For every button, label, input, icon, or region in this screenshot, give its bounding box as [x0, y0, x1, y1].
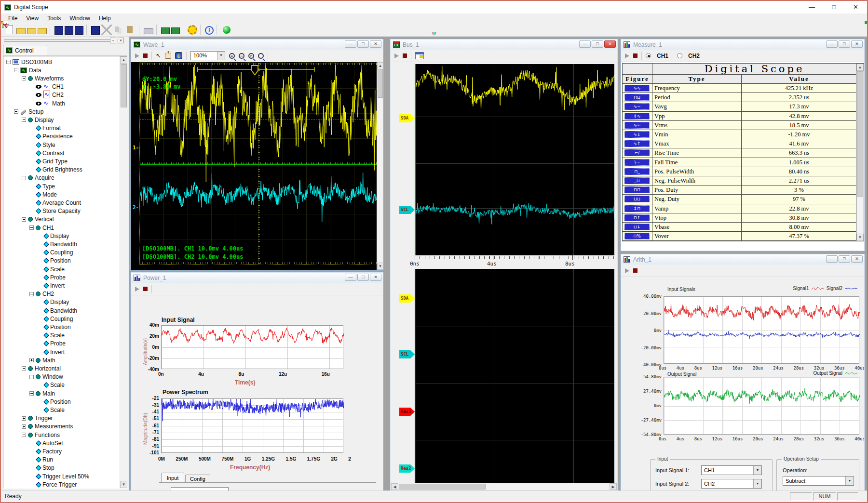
tree-item[interactable]: Display [22, 116, 54, 124]
select-dropdown-icon[interactable]: ▼ [753, 479, 761, 488]
pan-hand-icon[interactable] [165, 53, 171, 59]
scroll-up-icon[interactable]: ▲ [856, 64, 864, 71]
run-icon[interactable] [135, 287, 139, 291]
arith1-close-button[interactable]: ✕ [851, 255, 863, 263]
scroll-up-icon[interactable]: ▲ [120, 56, 127, 64]
measure1-maximize-button[interactable]: □ [839, 40, 850, 48]
tree-expander[interactable] [22, 176, 26, 180]
stop-icon[interactable] [633, 53, 637, 58]
menu-item[interactable]: View [22, 14, 43, 23]
tree-item[interactable]: Scale [37, 406, 65, 414]
tree-item[interactable]: Probe [37, 273, 66, 281]
tree-expander[interactable] [29, 358, 34, 362]
tree-item[interactable]: Grid Type [29, 157, 68, 165]
tree-scrollbar[interactable]: ▲ ▼ [120, 56, 127, 488]
measure1-scrollbar[interactable]: ▲ ▼ [856, 64, 864, 241]
run-icon[interactable] [394, 53, 399, 58]
wave1-close-button[interactable]: ✕ [370, 40, 381, 48]
measurement-row[interactable]: ⊔⊔ Neg. Duty 97 % [623, 195, 856, 204]
scroll-left-icon[interactable]: ◀ [391, 483, 398, 490]
select-cursor-icon[interactable]: ↖ [156, 52, 161, 60]
tree-item[interactable]: Vertical [22, 215, 54, 224]
measurement-row[interactable]: ⊓↑ Vtop 30.8 mv [623, 213, 856, 223]
measurement-row[interactable]: ⊔↓ Vbase 8.00 mv [623, 223, 856, 232]
menu-item[interactable]: Help [95, 14, 115, 23]
radio-ch1-label[interactable]: CH1 [657, 53, 668, 59]
tree-expander[interactable] [22, 424, 26, 429]
tree-item[interactable]: Scale [37, 265, 65, 273]
scroll-up-icon[interactable]: ▲ [377, 62, 383, 69]
tree-expander[interactable] [22, 433, 26, 437]
tree-item[interactable]: Position [37, 323, 71, 331]
measurement-row[interactable]: ∿↑ Vmax 41.6 mv [623, 139, 856, 148]
toolbar-icon[interactable] [113, 25, 124, 35]
tree-item[interactable]: Mode [29, 190, 57, 199]
measurement-row[interactable]: \¬ Fall Time 1.005 us [623, 158, 856, 167]
tree-expander[interactable] [22, 217, 26, 222]
scroll-thumb[interactable] [857, 71, 863, 197]
tab-config[interactable]: Config [185, 475, 210, 483]
bus1-minimize-button[interactable]: — [579, 40, 591, 48]
tree-item[interactable]: Contrast [29, 149, 64, 157]
tree-item[interactable]: Trigger [22, 414, 53, 423]
tree-item[interactable]: Force Trigger [29, 480, 77, 489]
measurement-row[interactable]: _⊔ Neg. PulseWidth 2.271 us [623, 176, 856, 185]
wave1-minimize-button[interactable]: — [345, 40, 356, 48]
protocol-view-icon[interactable] [415, 52, 424, 59]
power1-input-field[interactable] [171, 487, 229, 490]
tree-item[interactable]: Persistence [29, 132, 73, 141]
run-icon[interactable] [625, 53, 629, 58]
minimize-button[interactable]: — [801, 1, 823, 13]
tree-item[interactable]: Trigger Level 50% [29, 472, 89, 480]
scroll-right-icon[interactable]: ▶ [610, 483, 617, 490]
tree-item[interactable]: AutoSet [29, 439, 63, 447]
measurement-row[interactable]: ∿∿ Frequency 425.21 kHz [623, 84, 856, 93]
tree-expander[interactable] [22, 416, 26, 421]
zoom-in-icon[interactable]: + [229, 53, 235, 59]
measurement-row[interactable]: ⊓_ Pos. PulseWidth 80.40 ns [623, 167, 856, 176]
close-button[interactable]: ✕ [845, 1, 867, 13]
panel-grip[interactable] [4, 40, 111, 42]
tab-control[interactable]: Control [3, 45, 47, 55]
power1-maximize-button[interactable]: □ [357, 274, 369, 281]
wave1-maximize-button[interactable]: □ [357, 40, 369, 48]
maximize-button[interactable]: □ [823, 1, 845, 13]
tree-item[interactable]: Window [29, 373, 63, 381]
bus-signal-flag[interactable]: SDA [399, 294, 415, 303]
toolbar-icon[interactable] [101, 25, 112, 35]
input-signal2-select[interactable]: CH2 ▼ [701, 479, 762, 489]
stop-icon[interactable] [403, 53, 407, 58]
measurement-row[interactable]: ↕⊓ Vamp 22.8 mv [623, 204, 856, 213]
scroll-thumb[interactable] [121, 64, 127, 107]
scroll-down-icon[interactable]: ▼ [120, 481, 127, 488]
measurement-row[interactable]: ⊓⊓ Pos. Duty 3 % [623, 185, 856, 195]
measurement-row[interactable]: ∿↓ Vmin -1.20 mv [623, 130, 856, 139]
scroll-down-icon[interactable]: ▼ [856, 234, 864, 241]
scroll-thumb[interactable] [378, 69, 383, 98]
scroll-thumb[interactable] [399, 484, 486, 490]
tree-expander[interactable] [29, 225, 34, 230]
menu-item[interactable]: Window [65, 14, 95, 23]
radio-ch2[interactable] [677, 53, 682, 58]
tree-item[interactable]: Bandwidth [37, 240, 77, 248]
measurement-row[interactable]: ∿− Vavg 17.3 mv [623, 102, 856, 111]
bus1-maximize-button[interactable]: □ [592, 40, 603, 48]
tree-item[interactable]: Acquire [22, 174, 54, 182]
arith1-maximize-button[interactable]: □ [839, 255, 850, 263]
run-icon[interactable] [135, 53, 139, 58]
measure1-close-button[interactable]: ✕ [851, 40, 863, 48]
tree-item[interactable]: Invert [37, 348, 65, 356]
tree-item[interactable]: Invert [37, 281, 65, 290]
run-icon[interactable] [625, 268, 629, 273]
tree-item[interactable]: Run [29, 456, 53, 464]
tree-item[interactable]: CH2 [29, 91, 64, 99]
power1-minimize-button[interactable]: — [345, 274, 356, 281]
stop-icon[interactable] [633, 268, 637, 273]
tree-item[interactable]: Grid Brightness [29, 166, 82, 174]
bus-signal-flag[interactable]: SCL [399, 206, 415, 214]
tree-expander[interactable] [29, 391, 34, 396]
radio-ch1[interactable] [646, 53, 651, 58]
tree-item[interactable]: DSO100MB [6, 58, 52, 66]
arith1-minimize-button[interactable]: — [826, 255, 838, 263]
stop-icon[interactable] [143, 287, 148, 291]
